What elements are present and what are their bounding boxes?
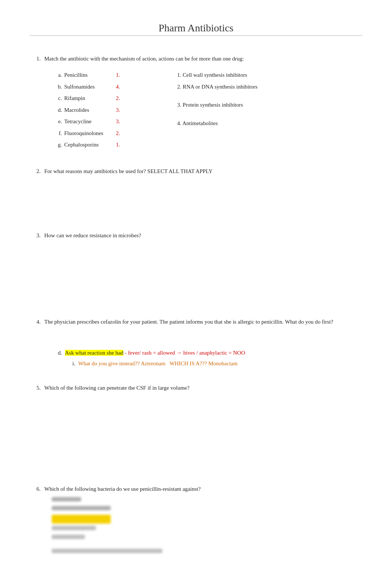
highlighted-ask-text: Ask what reaction she had bbox=[65, 350, 123, 356]
question-2-block: 2. For what reasons may antibiotics be u… bbox=[30, 167, 362, 216]
matching-drug-cephalosporins: Cephalosporins bbox=[64, 140, 116, 150]
blur-bottom-1 bbox=[52, 549, 162, 553]
matching-item-a: a. Penicillins 1. bbox=[52, 70, 177, 80]
matching-letter-b: b. bbox=[52, 82, 62, 92]
right-item-1: 1. Cell wall synthesis inhibitors bbox=[177, 70, 362, 80]
question-1-line: 1. Match the antibiotic with the mechani… bbox=[30, 54, 362, 63]
question-1-block: 1. Match the antibiotic with the mechani… bbox=[30, 54, 362, 152]
question-5-text: Which of the following can penetrate the… bbox=[44, 383, 362, 392]
matching-left: a. Penicillins 1. b. Sulfonamides 4. c. … bbox=[52, 70, 177, 152]
blur-highlight-bar bbox=[52, 515, 111, 524]
answer-d-continuation: - fever/ rash = allowed → hives / anaphy… bbox=[123, 350, 245, 356]
page-title: Pharm Antibiotics bbox=[30, 22, 362, 36]
question-6-text: Which of the following bacteria do we us… bbox=[44, 484, 362, 493]
matching-answer-f: 2. bbox=[116, 129, 120, 138]
blur-line-1 bbox=[52, 497, 81, 501]
question-5-block: 5. Which of the following can penetrate … bbox=[30, 383, 362, 470]
blur-line-2 bbox=[52, 506, 111, 510]
matching-item-d: d. Macrolides 3. bbox=[52, 106, 177, 115]
question-4-text: The physician prescribes cefazolin for y… bbox=[44, 317, 362, 326]
question-2-text: For what reasons may antibiotics be used… bbox=[44, 167, 362, 176]
matching-item-g: g. Cephalosporins 1. bbox=[52, 140, 177, 150]
blurred-bottom-line bbox=[52, 549, 362, 555]
matching-answer-e: 3. bbox=[116, 117, 120, 127]
matching-answer-a: 1. bbox=[116, 70, 120, 80]
title-wrapper: Pharm Antibiotics bbox=[30, 22, 362, 39]
question-6-bottom-line bbox=[52, 549, 362, 555]
question-4-number: 4. bbox=[30, 317, 41, 326]
matching-item-f: f. Fluoroquinolones 2. bbox=[52, 129, 177, 138]
question-4-answer-block: d. Ask what reaction she had - fever/ ra… bbox=[52, 348, 362, 369]
right-item-2: 2. RNA or DNA synthesis inhibitors bbox=[177, 82, 362, 92]
matching-drug-fluoroquinolones: Fluoroquinolones bbox=[64, 129, 116, 138]
blurred-image-area bbox=[52, 497, 133, 541]
matching-letter-g: g. bbox=[52, 140, 62, 150]
question-2-line: 2. For what reasons may antibiotics be u… bbox=[30, 167, 362, 176]
matching-right: 1. Cell wall synthesis inhibitors 2. RNA… bbox=[177, 70, 362, 152]
question-6-block: 6. Which of the following bacteria do we… bbox=[30, 484, 362, 555]
matching-drug-sulfonamides: Sulfonamides bbox=[64, 82, 116, 92]
matching-container: a. Penicillins 1. b. Sulfonamides 4. c. … bbox=[52, 70, 362, 152]
matching-drug-tetracycline: Tetracycline bbox=[64, 117, 116, 127]
question-3-block: 3. How can we reduce resistance in micro… bbox=[30, 231, 362, 303]
matching-answer-c: 2. bbox=[116, 94, 120, 103]
question-6-line: 6. Which of the following bacteria do we… bbox=[30, 484, 362, 493]
question-6-number: 6. bbox=[30, 484, 41, 493]
matching-drug-macrolides: Macrolides bbox=[64, 106, 116, 115]
matching-item-b: b. Sulfonamides 4. bbox=[52, 82, 177, 92]
question-2-answer-space bbox=[30, 179, 362, 216]
question-4-sub-i: i. What do you give instead?? Aztreonam … bbox=[65, 359, 362, 369]
question-3-answer-space-2 bbox=[30, 280, 362, 303]
matching-letter-f: f. bbox=[52, 129, 62, 138]
question-3-number: 3. bbox=[30, 231, 41, 240]
question-3-text: How can we reduce resistance in microbes… bbox=[44, 231, 362, 240]
matching-item-e: e. Tetracycline 3. bbox=[52, 117, 177, 127]
question-6-blurred-content bbox=[52, 497, 362, 541]
question-2-number: 2. bbox=[30, 167, 41, 176]
question-4-answer-i-text: What do you give instead?? Aztreonam WHI… bbox=[78, 359, 238, 369]
question-3-answer-space bbox=[30, 244, 362, 280]
question-4-block: 4. The physician prescribes cefazolin fo… bbox=[30, 317, 362, 369]
question-4-answer-d-text: Ask what reaction she had - fever/ rash … bbox=[65, 348, 245, 358]
matching-letter-c: c. bbox=[52, 94, 62, 103]
right-item-3: 3. Protein synthesis inhibitors bbox=[177, 100, 362, 110]
matching-drug-penicillins: Penicillins bbox=[64, 70, 116, 80]
sub-letter-i: i. bbox=[65, 359, 75, 369]
sub-letter-d: d. bbox=[52, 348, 62, 358]
question-1-number: 1. bbox=[30, 54, 41, 63]
question-1-text: Match the antibiotic with the mechanism … bbox=[44, 54, 362, 63]
question-4-sub-d: d. Ask what reaction she had - fever/ ra… bbox=[52, 348, 362, 358]
question-5-answer-space-2 bbox=[30, 433, 362, 470]
matching-answer-g: 1. bbox=[116, 140, 120, 150]
matching-letter-a: a. bbox=[52, 70, 62, 80]
matching-item-c: c. Rifampin 2. bbox=[52, 94, 177, 103]
matching-answer-d: 3. bbox=[116, 106, 120, 115]
question-3-line: 3. How can we reduce resistance in micro… bbox=[30, 231, 362, 240]
question-5-line: 5. Which of the following can penetrate … bbox=[30, 383, 362, 392]
question-5-number: 5. bbox=[30, 383, 41, 392]
matching-answer-b: 4. bbox=[116, 82, 120, 92]
blur-line-3 bbox=[52, 526, 96, 530]
right-item-4: 4. Antimetabolites bbox=[177, 119, 362, 128]
question-5-answer-space bbox=[30, 396, 362, 433]
matching-letter-d: d. bbox=[52, 106, 62, 115]
matching-letter-e: e. bbox=[52, 117, 62, 127]
blur-line-4 bbox=[52, 535, 85, 539]
question-4-line: 4. The physician prescribes cefazolin fo… bbox=[30, 317, 362, 326]
matching-drug-rifampin: Rifampin bbox=[64, 94, 116, 103]
